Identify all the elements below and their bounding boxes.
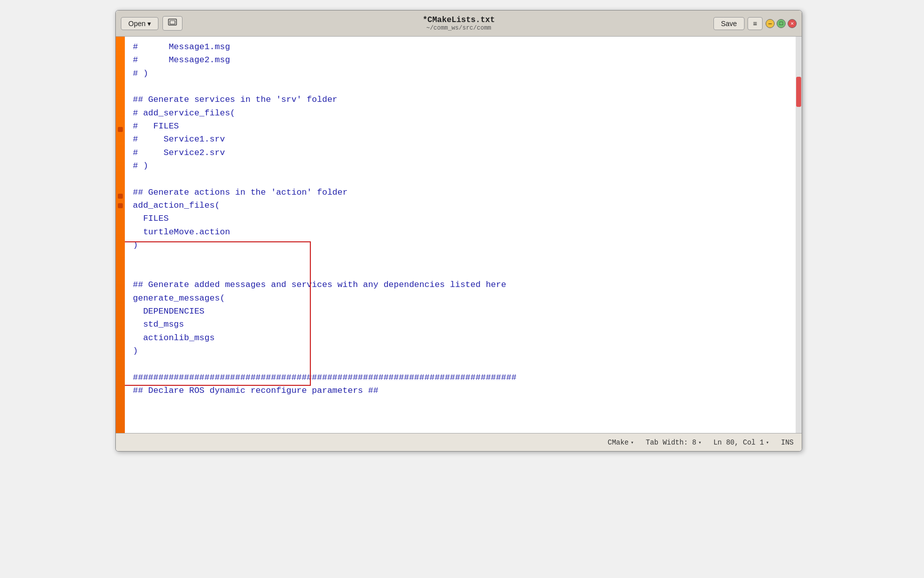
- code-line: ## Generate services in the 'srv' folder: [133, 93, 788, 106]
- tab-width-label: Tab Width: 8: [646, 439, 696, 447]
- code-line: ): [133, 345, 788, 358]
- language-selector[interactable]: CMake ▾: [608, 439, 634, 447]
- menu-button[interactable]: ≡: [748, 17, 763, 30]
- code-line: # FILES: [133, 120, 788, 133]
- editor-area: # Message1.msg# Message2.msg# ) ## Gener…: [116, 37, 802, 433]
- scrollbar[interactable]: [796, 37, 802, 433]
- statusbar: CMake ▾ Tab Width: 8 ▾ Ln 80, Col 1 ▾ IN…: [116, 433, 802, 451]
- code-line: [133, 265, 788, 278]
- code-line: ## Declare ROS dynamic reconfigure param…: [133, 384, 788, 397]
- svg-rect-1: [170, 21, 175, 24]
- code-line: ## Generate added messages and services …: [133, 278, 788, 292]
- window-subtitle: ~/comm_ws/src/comm: [426, 25, 491, 32]
- language-chevron-icon: ▾: [631, 440, 634, 446]
- open-button[interactable]: Open ▾: [121, 17, 158, 30]
- code-line: FILES: [133, 212, 788, 225]
- code-line: # Message1.msg: [133, 41, 788, 54]
- code-line: generate_messages(: [133, 292, 788, 305]
- window-title: *CMakeLists.txt: [423, 16, 495, 25]
- tab-width-selector[interactable]: Tab Width: 8 ▾: [646, 439, 701, 447]
- minimize-button[interactable]: —: [766, 19, 775, 28]
- position-label: Ln 80, Col 1: [713, 439, 764, 447]
- mode-label: INS: [781, 439, 794, 447]
- titlebar-center: *CMakeLists.txt ~/comm_ws/src/comm: [423, 16, 495, 32]
- code-line: [133, 80, 788, 93]
- save-button[interactable]: Save: [713, 17, 745, 30]
- code-line: [133, 252, 788, 265]
- open-chevron-icon: ▾: [147, 20, 151, 28]
- code-line: ########################################…: [133, 371, 788, 384]
- code-editor[interactable]: # Message1.msg# Message2.msg# ) ## Gener…: [125, 37, 796, 433]
- code-line: # ): [133, 160, 788, 173]
- sidebar-marker-1: [118, 127, 123, 132]
- titlebar-right: Save ≡ — □ ✕: [713, 17, 797, 30]
- titlebar-left: Open ▾: [121, 16, 182, 31]
- close-button[interactable]: ✕: [788, 19, 797, 28]
- code-line: # ): [133, 67, 788, 80]
- maximize-button[interactable]: □: [777, 19, 786, 28]
- code-line: add_action_files(: [133, 199, 788, 212]
- code-line: # Service1.srv: [133, 133, 788, 146]
- position-chevron-icon: ▾: [766, 440, 769, 446]
- code-line: # Service2.srv: [133, 147, 788, 160]
- code-line: actionlib_msgs: [133, 332, 788, 345]
- tab-chevron-icon: ▾: [698, 440, 701, 446]
- editor-window: Open ▾ *CMakeLists.txt ~/comm_ws/src/com…: [115, 10, 802, 452]
- scrollbar-thumb[interactable]: [796, 77, 801, 107]
- code-line: # add_service_files(: [133, 107, 788, 120]
- code-line: DEPENDENCIES: [133, 305, 788, 318]
- code-line: ): [133, 239, 788, 252]
- left-sidebar: [116, 37, 125, 433]
- window-controls: — □ ✕: [766, 19, 797, 28]
- code-line: # Message2.msg: [133, 54, 788, 67]
- titlebar: Open ▾ *CMakeLists.txt ~/comm_ws/src/com…: [116, 11, 802, 37]
- language-label: CMake: [608, 439, 629, 447]
- code-line: [133, 173, 788, 186]
- workspace-icon: [168, 19, 177, 27]
- workspace-button[interactable]: [162, 16, 182, 31]
- sidebar-marker-2: [118, 194, 123, 199]
- code-lines: # Message1.msg# Message2.msg# ) ## Gener…: [133, 41, 788, 397]
- code-line: ## Generate actions in the 'action' fold…: [133, 186, 788, 199]
- insert-mode: INS: [781, 439, 794, 447]
- code-line: [133, 358, 788, 371]
- code-line: std_msgs: [133, 318, 788, 331]
- open-label: Open: [128, 20, 145, 28]
- position-indicator[interactable]: Ln 80, Col 1 ▾: [713, 439, 769, 447]
- sidebar-marker-3: [118, 203, 123, 208]
- code-line: turtleMove.action: [133, 226, 788, 239]
